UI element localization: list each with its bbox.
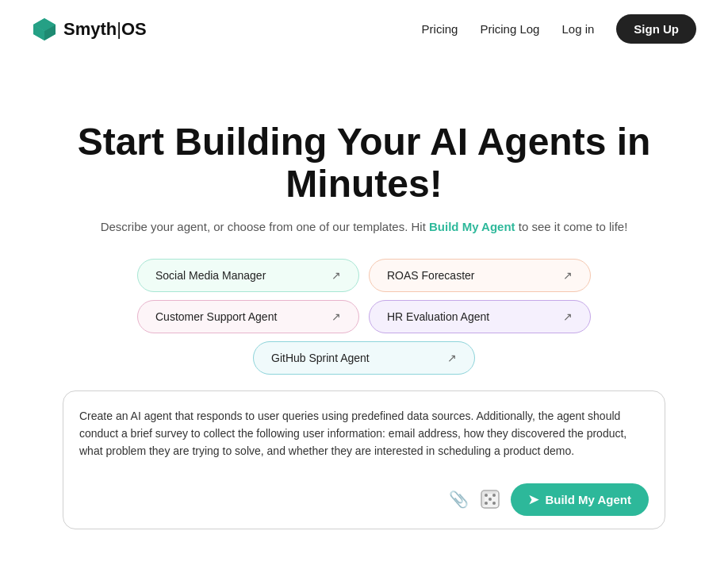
input-actions: 📎 ➤ Build My A — [79, 483, 649, 516]
templates-row-3: GitHub Sprint Agent ↗ — [253, 341, 475, 375]
template-social-media-manager[interactable]: Social Media Manager ↗ — [137, 259, 359, 292]
template-label: Social Media Manager — [155, 269, 266, 282]
logo-icon — [32, 17, 57, 42]
subtitle-before: Describe your agent, or choose from one … — [101, 220, 429, 233]
svg-point-9 — [492, 502, 496, 505]
header: Smyth|OS Pricing Pricing Log Log in Sign… — [0, 0, 728, 58]
chip-arrow-icon: ↗ — [331, 269, 341, 282]
hero-subtitle: Describe your agent, or choose from one … — [101, 220, 628, 233]
svg-point-10 — [489, 498, 492, 501]
input-text-content: Create an AI agent that responds to user… — [79, 407, 649, 471]
template-roas-forecaster[interactable]: ROAS Forecaster ↗ — [369, 259, 591, 292]
build-button-label: Build My Agent — [545, 493, 631, 506]
subtitle-highlight: Build My Agent — [429, 220, 515, 233]
login-link[interactable]: Log in — [561, 22, 594, 36]
input-box: Create an AI agent that responds to user… — [63, 390, 665, 529]
template-label: Customer Support Agent — [155, 310, 277, 323]
template-customer-support-agent[interactable]: Customer Support Agent ↗ — [137, 300, 359, 333]
template-label: GitHub Sprint Agent — [271, 352, 370, 364]
build-my-agent-button[interactable]: ➤ Build My Agent — [511, 483, 649, 516]
attach-icon[interactable]: 📎 — [447, 488, 469, 510]
nav: Pricing Pricing Log Log in Sign Up — [422, 14, 696, 44]
hero-title: Start Building Your AI Agents in Minutes… — [47, 121, 681, 206]
template-label: ROAS Forecaster — [387, 269, 474, 282]
send-icon: ➤ — [528, 492, 538, 507]
main-content: Start Building Your AI Agents in Minutes… — [0, 58, 728, 561]
pricing-log-link[interactable]: Pricing Log — [480, 22, 539, 36]
svg-point-8 — [485, 502, 488, 505]
templates-grid: Social Media Manager ↗ ROAS Forecaster ↗… — [63, 259, 665, 375]
signup-button[interactable]: Sign Up — [616, 14, 696, 44]
svg-point-7 — [492, 494, 496, 497]
pricing-link[interactable]: Pricing — [422, 22, 458, 36]
templates-row-2: Customer Support Agent ↗ HR Evaluation A… — [137, 300, 591, 333]
svg-point-6 — [485, 494, 488, 497]
dice-icon[interactable] — [479, 488, 501, 510]
template-hr-evaluation-agent[interactable]: HR Evaluation Agent ↗ — [369, 300, 591, 333]
logo[interactable]: Smyth|OS — [32, 17, 147, 42]
chip-arrow-icon: ↗ — [447, 352, 457, 364]
templates-row-1: Social Media Manager ↗ ROAS Forecaster ↗ — [137, 259, 591, 292]
chip-arrow-icon: ↗ — [331, 310, 341, 323]
template-github-sprint-agent[interactable]: GitHub Sprint Agent ↗ — [253, 341, 475, 375]
chip-arrow-icon: ↗ — [563, 269, 573, 282]
subtitle-after: to see it come to life! — [515, 220, 628, 233]
logo-text: Smyth|OS — [63, 19, 147, 40]
template-label: HR Evaluation Agent — [387, 310, 489, 323]
chip-arrow-icon: ↗ — [563, 310, 573, 323]
